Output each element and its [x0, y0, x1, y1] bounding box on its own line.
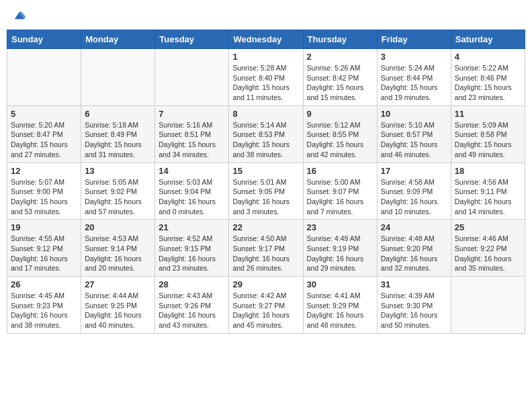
calendar-cell: 20Sunrise: 4:53 AM Sunset: 9:14 PM Dayli…: [81, 220, 155, 277]
day-number: 2: [307, 52, 373, 62]
calendar-header-row: SundayMondayTuesdayWednesdayThursdayFrid…: [7, 30, 525, 49]
calendar-cell: 9Sunrise: 5:12 AM Sunset: 8:55 PM Daylig…: [303, 105, 377, 163]
calendar-cell: 12Sunrise: 5:07 AM Sunset: 9:00 PM Dayli…: [7, 163, 81, 220]
calendar-cell: 27Sunrise: 4:44 AM Sunset: 9:25 PM Dayli…: [81, 277, 155, 334]
calendar-cell: 18Sunrise: 4:56 AM Sunset: 9:11 PM Dayli…: [451, 163, 525, 220]
day-number: 4: [455, 52, 521, 62]
calendar-cell: [155, 49, 229, 106]
logo-icon: [13, 9, 26, 21]
day-info: Sunrise: 4:44 AM Sunset: 9:25 PM Dayligh…: [85, 291, 151, 330]
day-info: Sunrise: 4:53 AM Sunset: 9:14 PM Dayligh…: [85, 234, 151, 273]
logo: [12, 9, 26, 23]
day-number: 8: [232, 109, 299, 119]
day-info: Sunrise: 5:16 AM Sunset: 8:51 PM Dayligh…: [159, 120, 225, 160]
day-number: 19: [11, 222, 77, 232]
calendar-cell: 25Sunrise: 4:46 AM Sunset: 9:22 PM Dayli…: [451, 220, 525, 277]
calendar-cell: 5Sunrise: 5:20 AM Sunset: 8:47 PM Daylig…: [7, 105, 81, 163]
day-info: Sunrise: 4:39 AM Sunset: 9:30 PM Dayligh…: [381, 291, 447, 330]
day-info: Sunrise: 5:18 AM Sunset: 8:49 PM Dayligh…: [85, 120, 151, 160]
day-number: 6: [85, 109, 151, 119]
day-header-monday: Monday: [81, 30, 155, 49]
calendar-week-row: 5Sunrise: 5:20 AM Sunset: 8:47 PM Daylig…: [7, 105, 525, 163]
calendar-cell: 31Sunrise: 4:39 AM Sunset: 9:30 PM Dayli…: [377, 277, 451, 334]
day-info: Sunrise: 5:03 AM Sunset: 9:04 PM Dayligh…: [159, 177, 225, 217]
day-info: Sunrise: 4:52 AM Sunset: 9:15 PM Dayligh…: [159, 234, 225, 273]
day-info: Sunrise: 5:00 AM Sunset: 9:07 PM Dayligh…: [307, 177, 373, 217]
day-info: Sunrise: 4:43 AM Sunset: 9:26 PM Dayligh…: [159, 291, 225, 330]
day-header-saturday: Saturday: [451, 30, 525, 49]
day-info: Sunrise: 5:05 AM Sunset: 9:02 PM Dayligh…: [85, 177, 151, 217]
day-info: Sunrise: 4:41 AM Sunset: 9:29 PM Dayligh…: [307, 291, 373, 330]
calendar-cell: 21Sunrise: 4:52 AM Sunset: 9:15 PM Dayli…: [155, 220, 229, 277]
day-number: 9: [307, 109, 373, 119]
day-number: 24: [381, 222, 447, 232]
day-info: Sunrise: 5:14 AM Sunset: 8:53 PM Dayligh…: [232, 120, 299, 160]
day-number: 22: [232, 222, 299, 232]
calendar-week-row: 19Sunrise: 4:55 AM Sunset: 9:12 PM Dayli…: [7, 220, 525, 277]
day-number: 30: [307, 279, 373, 289]
day-info: Sunrise: 4:49 AM Sunset: 9:19 PM Dayligh…: [307, 234, 373, 273]
day-header-sunday: Sunday: [7, 30, 81, 49]
day-number: 28: [159, 279, 225, 289]
day-header-friday: Friday: [377, 30, 451, 49]
day-number: 1: [232, 52, 299, 62]
calendar-cell: 29Sunrise: 4:42 AM Sunset: 9:27 PM Dayli…: [229, 277, 303, 334]
day-info: Sunrise: 4:48 AM Sunset: 9:20 PM Dayligh…: [381, 234, 447, 273]
calendar-week-row: 1Sunrise: 5:28 AM Sunset: 8:40 PM Daylig…: [7, 49, 525, 106]
day-info: Sunrise: 5:24 AM Sunset: 8:44 PM Dayligh…: [381, 63, 447, 103]
calendar-cell: 1Sunrise: 5:28 AM Sunset: 8:40 PM Daylig…: [229, 49, 303, 106]
day-info: Sunrise: 5:12 AM Sunset: 8:55 PM Dayligh…: [307, 120, 373, 160]
day-number: 13: [85, 166, 151, 176]
day-info: Sunrise: 4:50 AM Sunset: 9:17 PM Dayligh…: [232, 234, 299, 273]
day-number: 5: [11, 109, 77, 119]
day-number: 18: [455, 166, 521, 176]
calendar-cell: 23Sunrise: 4:49 AM Sunset: 9:19 PM Dayli…: [303, 220, 377, 277]
calendar-table: SundayMondayTuesdayWednesdayThursdayFrid…: [7, 30, 525, 334]
day-info: Sunrise: 4:58 AM Sunset: 9:09 PM Dayligh…: [381, 177, 447, 217]
calendar-cell: 3Sunrise: 5:24 AM Sunset: 8:44 PM Daylig…: [377, 49, 451, 106]
day-header-wednesday: Wednesday: [229, 30, 303, 49]
day-info: Sunrise: 4:42 AM Sunset: 9:27 PM Dayligh…: [232, 291, 299, 330]
calendar-cell: 13Sunrise: 5:05 AM Sunset: 9:02 PM Dayli…: [81, 163, 155, 220]
day-number: 27: [85, 279, 151, 289]
calendar-cell: 10Sunrise: 5:10 AM Sunset: 8:57 PM Dayli…: [377, 105, 451, 163]
calendar-cell: [451, 277, 525, 334]
day-info: Sunrise: 4:56 AM Sunset: 9:11 PM Dayligh…: [455, 177, 521, 217]
day-number: 26: [11, 279, 77, 289]
calendar-cell: 4Sunrise: 5:22 AM Sunset: 8:46 PM Daylig…: [451, 49, 525, 106]
day-number: 20: [85, 222, 151, 232]
day-number: 15: [232, 166, 299, 176]
calendar-cell: 6Sunrise: 5:18 AM Sunset: 8:49 PM Daylig…: [81, 105, 155, 163]
day-number: 12: [11, 166, 77, 176]
calendar-cell: 2Sunrise: 5:26 AM Sunset: 8:42 PM Daylig…: [303, 49, 377, 106]
calendar-cell: 22Sunrise: 4:50 AM Sunset: 9:17 PM Dayli…: [229, 220, 303, 277]
day-info: Sunrise: 4:46 AM Sunset: 9:22 PM Dayligh…: [455, 234, 521, 273]
day-number: 11: [455, 109, 521, 119]
day-number: 16: [307, 166, 373, 176]
day-info: Sunrise: 5:10 AM Sunset: 8:57 PM Dayligh…: [381, 120, 447, 160]
calendar-cell: 8Sunrise: 5:14 AM Sunset: 8:53 PM Daylig…: [229, 105, 303, 163]
day-info: Sunrise: 4:55 AM Sunset: 9:12 PM Dayligh…: [11, 234, 77, 273]
day-header-tuesday: Tuesday: [155, 30, 229, 49]
calendar-cell: 28Sunrise: 4:43 AM Sunset: 9:26 PM Dayli…: [155, 277, 229, 334]
day-number: 3: [381, 52, 447, 62]
day-number: 17: [381, 166, 447, 176]
calendar-cell: 14Sunrise: 5:03 AM Sunset: 9:04 PM Dayli…: [155, 163, 229, 220]
day-number: 7: [159, 109, 225, 119]
day-number: 10: [381, 109, 447, 119]
calendar-week-row: 26Sunrise: 4:45 AM Sunset: 9:23 PM Dayli…: [7, 277, 525, 334]
day-info: Sunrise: 4:45 AM Sunset: 9:23 PM Dayligh…: [11, 291, 77, 330]
calendar-cell: 11Sunrise: 5:09 AM Sunset: 8:58 PM Dayli…: [451, 105, 525, 163]
calendar-cell: 17Sunrise: 4:58 AM Sunset: 9:09 PM Dayli…: [377, 163, 451, 220]
calendar-cell: 19Sunrise: 4:55 AM Sunset: 9:12 PM Dayli…: [7, 220, 81, 277]
calendar-cell: 15Sunrise: 5:01 AM Sunset: 9:05 PM Dayli…: [229, 163, 303, 220]
calendar-cell: 7Sunrise: 5:16 AM Sunset: 8:51 PM Daylig…: [155, 105, 229, 163]
day-number: 29: [232, 279, 299, 289]
calendar-cell: 26Sunrise: 4:45 AM Sunset: 9:23 PM Dayli…: [7, 277, 81, 334]
day-info: Sunrise: 5:07 AM Sunset: 9:00 PM Dayligh…: [11, 177, 77, 217]
day-number: 23: [307, 222, 373, 232]
calendar-cell: 30Sunrise: 4:41 AM Sunset: 9:29 PM Dayli…: [303, 277, 377, 334]
page-header: [7, 7, 525, 26]
calendar-cell: 24Sunrise: 4:48 AM Sunset: 9:20 PM Dayli…: [377, 220, 451, 277]
day-number: 25: [455, 222, 521, 232]
